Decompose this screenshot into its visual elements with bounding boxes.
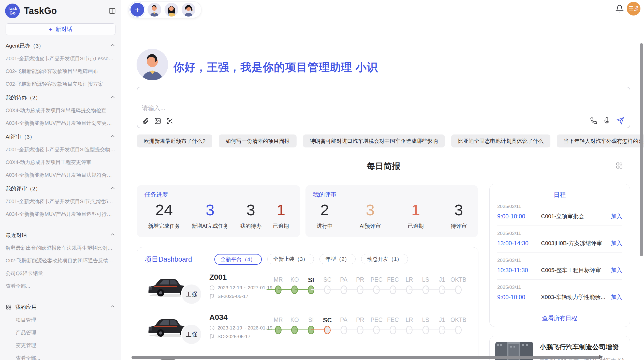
join-meeting-link[interactable]: 加入 — [611, 213, 622, 220]
sidebar-section-2-label: AI评审（3） — [6, 134, 35, 140]
assistant-avatar-2[interactable] — [165, 3, 178, 17]
stat-value: 3 — [454, 202, 463, 218]
milestone-label: LS — [422, 276, 429, 283]
app-item[interactable]: 查看全部... — [6, 355, 115, 360]
chevron-up-icon[interactable] — [110, 304, 115, 311]
sidebar-section-3-header[interactable]: 我的评审（2） — [6, 185, 115, 192]
project-code: Z001 — [209, 273, 227, 281]
milestone-label: LS — [422, 317, 429, 323]
add-assistant-button[interactable]: + — [130, 3, 144, 17]
suggestion-chip[interactable]: 特朗普可能对进口汽车增税会对中国车企造成哪些影响 — [303, 134, 445, 147]
chevron-up-icon[interactable] — [110, 133, 115, 140]
chevron-up-icon[interactable] — [110, 94, 115, 101]
suggestion-chip[interactable]: 当下年轻人对汽车外观有怎样的喜好趋势 — [557, 134, 644, 147]
sidebar-task-item[interactable]: A034-全新新能源MUV产品开发项目法规符合性评审 — [6, 172, 115, 178]
recent-chat-item[interactable]: C02-飞腾新能源轻客改款项目的闭环通告反馈情况 — [6, 257, 115, 264]
sidebar-task-item[interactable]: Z001-全新燃油轻卡产品开发项目SI造型提交物评审 — [6, 146, 115, 153]
stat-value: 24 — [155, 202, 173, 218]
brief-layout-icon[interactable] — [616, 162, 623, 170]
voice-call-icon[interactable] — [590, 117, 597, 124]
my-apps-header[interactable]: 我的应用 — [6, 304, 115, 311]
suggestion-chip[interactable]: 比亚迪全固态电池计划具体说了什么 — [451, 134, 550, 147]
schedule-time: 9:00-10:00 — [497, 294, 541, 301]
milestone-label: PEC — [371, 276, 383, 283]
stat-label: AI预评审 — [360, 222, 381, 230]
sidebar-task-item[interactable]: C02-飞腾新能源轻客改款项目里程碑画布 — [6, 68, 115, 75]
milestone-label: PA — [340, 276, 347, 283]
project-dates: 2023-12-19 ~ 2027-01-19 — [209, 285, 272, 291]
schedule-time: 9:00-10:00 — [497, 213, 541, 220]
join-meeting-link[interactable]: 加入 — [611, 293, 622, 301]
chevron-up-icon[interactable] — [110, 42, 115, 49]
my-apps-label: 我的应用 — [15, 304, 37, 310]
milestone-label: PA — [340, 317, 347, 323]
sidebar-task-item[interactable]: C0X4-动力总成开发项目SI里程碑提交物检查 — [6, 107, 115, 114]
dashboard-tab[interactable]: 动总开发（1） — [361, 254, 408, 264]
collapse-sidebar-icon[interactable] — [108, 7, 116, 15]
image-upload-icon[interactable] — [154, 117, 161, 125]
sidebar: Task Go TaskGo + 新对话 Agent已办（3）Z001-全新燃油… — [0, 0, 121, 360]
dashboard-tab[interactable]: 全新平台（4） — [214, 254, 262, 265]
sidebar-task-item[interactable]: Z001-全新燃油皮卡产品开发项目SI节点Lesson Learn报告 — [6, 55, 115, 62]
recent-view-all-link[interactable]: 查看全部... — [6, 283, 115, 290]
milestone-label: KO — [290, 276, 299, 283]
schedule-main: 9:00-10:00C001-立项审批会加入 — [497, 213, 622, 220]
app-item[interactable]: 产品管理 — [6, 329, 115, 336]
send-icon[interactable] — [617, 117, 624, 125]
chevron-up-icon[interactable] — [110, 185, 115, 192]
project-owner-badge: 王强 — [182, 284, 201, 304]
schedule-time: 10:30-11:30 — [497, 267, 541, 274]
schedule-item: 2025/03/119:00-10:00C001-立项审批会加入 — [497, 199, 622, 226]
sidebar-section-1-header[interactable]: 我的待办（2） — [6, 94, 115, 101]
sidebar-section-0-title: Agent已办（3） — [6, 42, 44, 49]
schedule-main: 9:00-10:00X003-车辆动力学性能验...加入 — [497, 293, 622, 301]
greeting-text: 你好，王强，我是你的项目管理助理 小识 — [173, 60, 378, 75]
join-meeting-link[interactable]: 加入 — [611, 239, 622, 247]
microphone-icon[interactable] — [603, 117, 610, 124]
suggestion-chip[interactable]: 如何写一份清晰的项目周报 — [219, 134, 297, 147]
assistant-avatar-1[interactable] — [148, 3, 161, 17]
scroll-right-arrow-icon[interactable]: ▶ — [599, 353, 603, 359]
project-dashboard-card: 项目Dashboard 全新平台（4）全新上装（3）年型（2）动总开发（1） 王… — [137, 247, 478, 360]
project-owner-badge: 王强 — [182, 325, 201, 344]
notification-bell-icon[interactable] — [616, 5, 624, 14]
milestone-label: J1 — [439, 317, 445, 323]
sidebar-section-3-title: 我的评审（2） — [6, 185, 41, 192]
milestone-label: FEC — [387, 276, 399, 283]
recent-chat-item[interactable]: 公司Q3轻卡销量 — [6, 270, 115, 277]
recent-chat-item[interactable]: 解释最新出台的欧盟报废车法规再生塑料比例被调至15%... — [6, 245, 115, 251]
sidebar-task-item[interactable]: Z001-全新燃油轻卡产品开发项目SI节点属性5D文件评审 — [6, 198, 115, 205]
view-all-schedule-link[interactable]: 查看所有日程 — [497, 311, 622, 322]
attachment-icon[interactable] — [142, 117, 149, 125]
dashboard-tab[interactable]: 全新上装（3） — [267, 254, 314, 264]
sidebar-section-2-header[interactable]: AI评审（3） — [6, 133, 115, 140]
project-flag-date: SI-2025-05-17 — [209, 294, 248, 299]
message-input[interactable] — [142, 87, 615, 131]
sidebar-task-item[interactable]: A034-全新新能源MUV产品开发项目造型可行性评审 — [6, 211, 115, 218]
app-item[interactable]: 变更管理 — [6, 342, 115, 349]
sidebar-task-item[interactable]: A034-全新新能源MUV产品开发项目计划变更表编写 — [6, 120, 115, 127]
stat-label: 已逾期 — [273, 222, 289, 230]
horizontal-scrollbar[interactable] — [131, 356, 601, 359]
milestone-label: OKTB — [450, 317, 466, 323]
schedule-date: 2025/03/11 — [497, 204, 622, 209]
vertical-scrollbar[interactable] — [640, 43, 643, 256]
scissors-icon[interactable] — [166, 117, 173, 125]
sidebar-section-0-header[interactable]: Agent已办（3） — [6, 42, 115, 49]
user-avatar[interactable]: 王强 — [627, 2, 640, 16]
chevron-up-icon[interactable] — [110, 232, 115, 239]
dashboard-tab[interactable]: 年型（2） — [319, 254, 356, 264]
app-item[interactable]: 项目管理 — [6, 317, 115, 323]
suggestion-chip[interactable]: 欧洲新规最近颁布了什么? — [137, 134, 212, 147]
recent-chats-header[interactable]: 最近对话 — [6, 232, 115, 239]
assistant-avatar-3[interactable] — [182, 3, 195, 17]
sidebar-task-item[interactable]: C02-飞腾新能源轻客改款项目立项汇报方案 — [6, 81, 115, 87]
join-meeting-link[interactable]: 加入 — [611, 266, 622, 274]
sidebar-task-item[interactable]: C0X4-动力总成开发项目工程变更评审 — [6, 159, 115, 166]
new-chat-button[interactable]: + 新对话 — [6, 23, 115, 35]
milestone-label: PR — [356, 276, 364, 283]
scroll-down-arrow-icon[interactable]: ▼ — [615, 345, 620, 351]
app-logo: Task Go — [5, 4, 20, 18]
milestone-label: J1 — [439, 276, 445, 283]
recent-chats-title: 最近对话 — [6, 232, 27, 239]
